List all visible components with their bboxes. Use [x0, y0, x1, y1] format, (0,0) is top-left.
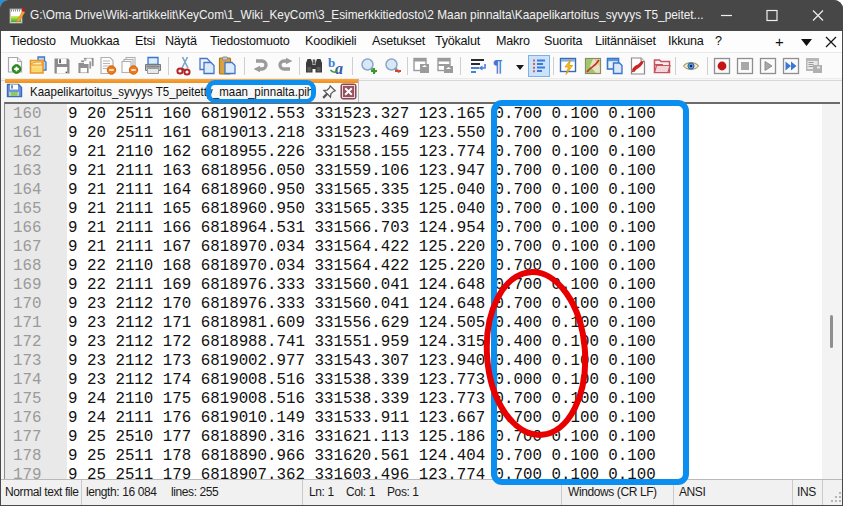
svg-text:¶: ¶	[493, 57, 502, 76]
svg-text:a: a	[335, 60, 343, 76]
